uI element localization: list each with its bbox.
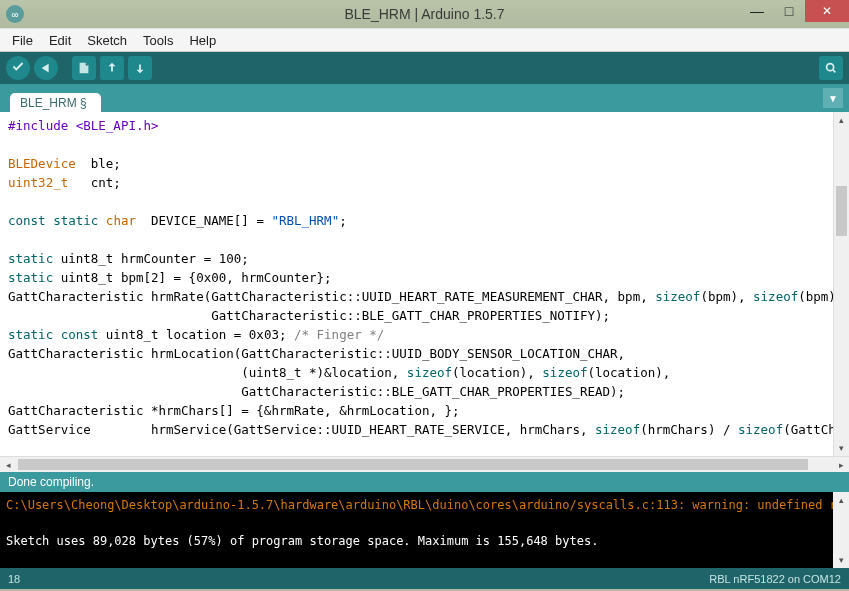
code-token: cnt; [68,175,121,190]
code-token: static [8,270,53,285]
menu-sketch[interactable]: Sketch [81,31,133,50]
code-token: static [8,251,53,266]
hscroll-track[interactable] [16,457,833,472]
code-token: ; [339,213,347,228]
console-vscrollbar[interactable]: ▴ ▾ [833,492,849,568]
code-token: sizeof [655,289,700,304]
code-token: (GattCharacteristic *)); [783,422,833,437]
menu-help[interactable]: Help [183,31,222,50]
minimize-button[interactable]: — [741,0,773,22]
code-token: const [8,213,46,228]
code-token: uint8_t hrmCounter = 100; [53,251,249,266]
code-token: static [8,327,53,342]
code-token: GattCharacteristic *hrmChars[] = {&hrmRa… [8,403,460,418]
menu-edit[interactable]: Edit [43,31,77,50]
tab-strip: BLE_HRM § ▼ [0,84,849,112]
toolbar [0,52,849,84]
footer-bar: 18 RBL nRF51822 on COM12 [0,568,849,589]
code-token: GattCharacteristic::BLE_GATT_CHAR_PROPER… [8,384,625,399]
scroll-thumb[interactable] [836,186,847,236]
code-token: sizeof [407,365,452,380]
code-token: uint8_t location = 0x03; [98,327,294,342]
code-token: const [53,327,98,342]
console-pane: C:\Users\Cheong\Desktop\arduino-1.5.7\ha… [0,492,849,568]
code-token: (bpm), [798,289,833,304]
maximize-button[interactable]: □ [773,0,805,22]
status-message: Done compiling. [0,472,849,492]
console-warning-line: C:\Users\Cheong\Desktop\arduino-1.5.7\ha… [6,498,833,512]
title-bar: ∞ BLE_HRM | Arduino 1.5.7 — □ ✕ [0,0,849,28]
editor-hscrollbar[interactable]: ◂ ▸ [0,456,849,472]
scroll-up-icon[interactable]: ▴ [833,492,849,508]
editor-pane: #include <BLE_API.h> BLEDevice ble; uint… [0,112,849,456]
code-token: (location), [587,365,670,380]
menu-bar: File Edit Sketch Tools Help [0,28,849,52]
scroll-down-icon[interactable]: ▾ [834,440,849,456]
scroll-up-icon[interactable]: ▴ [834,112,849,128]
editor-vscrollbar[interactable]: ▴ ▾ [833,112,849,456]
code-token: GattCharacteristic hrmLocation(GattChara… [8,346,625,361]
code-token: /* Finger */ [294,327,384,342]
tab-menu-button[interactable]: ▼ [823,88,843,108]
code-token: (uint8_t *)&location, [8,365,407,380]
arduino-logo-icon: ∞ [6,5,24,23]
serial-monitor-button[interactable] [819,56,843,80]
code-token: sizeof [542,365,587,380]
board-info: RBL nRF51822 on COM12 [709,573,841,585]
code-token: DEVICE_NAME[] = [136,213,271,228]
code-token: GattService hrmService(GattService::UUID… [8,422,595,437]
code-token: GattCharacteristic::BLE_GATT_CHAR_PROPER… [8,308,610,323]
close-button[interactable]: ✕ [805,0,849,22]
verify-button[interactable] [6,56,30,80]
console-info-line: Sketch uses 89,028 bytes (57%) of progra… [6,534,598,548]
code-token: uint8_t bpm[2] = {0x00, hrmCounter}; [53,270,331,285]
hscroll-thumb[interactable] [18,459,808,470]
tab-ble-hrm[interactable]: BLE_HRM § [10,93,101,113]
code-token: uint32_t [8,175,68,190]
window-controls: — □ ✕ [741,0,849,22]
open-button[interactable] [100,56,124,80]
code-token: BLEDevice [8,156,76,171]
new-button[interactable] [72,56,96,80]
code-token: sizeof [753,289,798,304]
code-token: static [46,213,99,228]
code-token: (location), [452,365,542,380]
console-output[interactable]: C:\Users\Cheong\Desktop\arduino-1.5.7\ha… [0,492,833,568]
code-token: char [98,213,136,228]
code-editor[interactable]: #include <BLE_API.h> BLEDevice ble; uint… [0,112,833,456]
code-token: sizeof [595,422,640,437]
scroll-right-icon[interactable]: ▸ [833,457,849,472]
save-button[interactable] [128,56,152,80]
svg-point-0 [827,64,834,71]
window-title: BLE_HRM | Arduino 1.5.7 [0,6,849,22]
code-token: GattCharacteristic hrmRate(GattCharacter… [8,289,655,304]
code-token: sizeof [738,422,783,437]
code-token: (bpm), [700,289,753,304]
menu-file[interactable]: File [6,31,39,50]
menu-tools[interactable]: Tools [137,31,179,50]
upload-button[interactable] [34,56,58,80]
code-token: "RBL_HRM" [271,213,339,228]
code-token: ble; [76,156,121,171]
code-line: #include <BLE_API.h> [8,118,159,133]
scroll-left-icon[interactable]: ◂ [0,457,16,472]
scroll-down-icon[interactable]: ▾ [833,552,849,568]
line-number: 18 [8,573,20,585]
code-token: (hrmChars) / [640,422,738,437]
